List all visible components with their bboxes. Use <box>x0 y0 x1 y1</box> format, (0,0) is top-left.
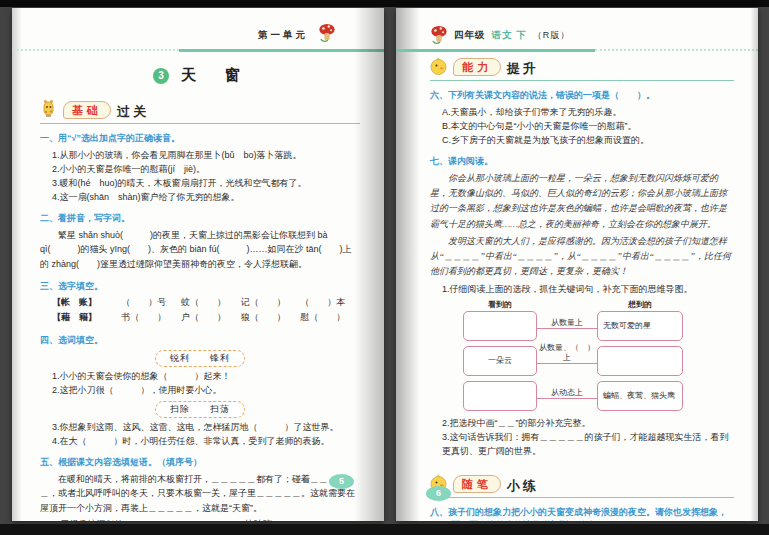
question3-row: 【帐 账】 （ ）号 蚊（ ） 记（ ） （ ）本 <box>40 295 360 310</box>
section-ability-header: 能力 提升 <box>430 56 734 81</box>
question6-option: C.乡下房子的天窗就是为放飞孩子的想象而设置的。 <box>430 133 734 147</box>
section-badge-ability-suffix: 提升 <box>507 61 539 76</box>
mindmap-box-seen: 一朵云 <box>463 346 537 376</box>
question1-item: 2.小小的天窗是你唯一的慰藉(jí jiè)。 <box>40 162 360 176</box>
mindmap-connector: 从数量、（ ）上 <box>537 346 597 376</box>
blank-item: 户（ ） <box>181 310 241 325</box>
question4-item: 3.你想象到这雨、这风、这雷、这电，怎样猛厉地（ ）了这世界。 <box>40 420 360 434</box>
left-page: 第一单元 3 天 窗 <box>12 8 384 521</box>
question7-sub1: 1.仔细阅读上面的选段，抓住关键词句，补充下面的思维导图。 <box>430 282 734 296</box>
header-rule <box>396 49 758 52</box>
mindmap-label: 从动态上 <box>538 388 596 398</box>
blank-item: 书（ ） <box>121 310 181 325</box>
mindmap-row: 一朵云 从数量、（ ）上 <box>463 346 701 376</box>
page-number-left: 5 <box>329 474 354 489</box>
word-choice-box: 扫除 扫荡 <box>155 401 245 418</box>
mindmap-header-seen: 看到的 <box>463 299 537 310</box>
mindmap-label: 从数量、（ ）上 <box>538 343 596 363</box>
question3-heading: 三、选字填空。 <box>40 280 360 294</box>
edition-label: （R版） <box>533 29 571 42</box>
question4-item: 4.在大（ ）时，小明任劳任怨、非常认真，受到了老师的表扬。 <box>40 434 360 448</box>
reading-passage: 发明这天窗的大人们，是应得感谢的。因为活泼会想的孩子们知道怎样从“＿＿＿＿”中看… <box>430 234 734 280</box>
giraffe-mascot-icon <box>40 99 57 119</box>
question3-row: 【藉 籍】 书（ ） 户（ ） 狼（ ） 慰（ ） <box>40 310 360 325</box>
section-badge-basic: 基础 <box>63 101 111 119</box>
lesson-title: 天 窗 <box>181 66 247 85</box>
blank-item: 记（ ） <box>241 295 301 310</box>
question1-item: 1.从那小小的玻璃，你会看见雨脚在那里卜(bǔ bo)落卜落跳。 <box>40 148 360 162</box>
page-number-right: 6 <box>426 486 451 501</box>
lesson-number-badge: 3 <box>153 68 169 84</box>
mindmap: 看到的 想到的 从数量上 无数可爱的星 一朵云 从数量、（ ）上 <box>463 299 701 411</box>
char-pair: 【帐 账】 <box>52 295 121 310</box>
mindmap-label: 从数量上 <box>538 318 596 328</box>
unit-label: 第一单元 <box>258 29 308 42</box>
question4-item: 2.这把小刀很（ ），使用时要小心。 <box>40 383 360 397</box>
header-rule <box>12 49 384 52</box>
question7-heading: 七、课内阅读。 <box>430 155 734 169</box>
question1-item: 3.暖和(hé huo)的晴天，木板窗扇扇打开，光线和空气都有了。 <box>40 176 360 190</box>
question2-body: 繁星 shǎn shuò( )的夜里，天窗上掠过的黑影会让你联想到 bà qì(… <box>40 228 360 272</box>
option-a: A.黑得像地洞似的 <box>52 517 228 521</box>
mindmap-box-seen <box>463 311 537 341</box>
question6-option: A.天窗虽小，却给孩子们带来了无穷的乐趣。 <box>430 105 734 119</box>
grade-label: 四年级 <box>454 29 486 42</box>
word-choice-box: 锐利 锋利 <box>155 350 245 367</box>
reading-passage: 你会从那小玻璃上面的一粒星，一朵云，想象到无数闪闪烁烁可爱的星，无数像山似的、马… <box>430 171 734 232</box>
section-badge-ability: 能力 <box>453 58 501 76</box>
question7-sub2: 2.把选段中画“＿＿”的部分补充完整。 <box>430 416 734 430</box>
right-page-header: 四年级 语文 下 （R版） <box>430 22 734 52</box>
blank-item: （ ）号 <box>121 295 181 310</box>
mindmap-box-imagined: 蝙蝠、夜莺、猫头鹰 <box>597 381 683 411</box>
mindmap-box-seen <box>463 381 537 411</box>
mindmap-row: 从动态上 蝙蝠、夜莺、猫头鹰 <box>463 381 701 411</box>
mindmap-row: 从数量上 无数可爱的星 <box>463 311 701 341</box>
question8-heading: 八、孩子们的想象力把小小的天窗变成神奇浪漫的夜空。请你也发挥想象，写一写身边的事… <box>430 506 734 521</box>
left-page-header: 第一单元 <box>40 22 360 52</box>
subject-label: 语文 下 <box>492 29 527 42</box>
question5-body: 在暖和的晴天，将前排的木板窗打开，＿＿＿＿＿都有了；碰着＿＿＿＿＿，或者北风呼呼… <box>40 472 360 516</box>
chick-mascot-icon <box>430 56 447 76</box>
question6-heading: 六、下列有关课文内容的说法，错误的一项是（ ）。 <box>430 89 734 103</box>
mindmap-connector: 从动态上 <box>537 381 597 411</box>
question5-heading: 五、根据课文内容选填短语。（填序号） <box>40 456 360 470</box>
char-pair: 【藉 籍】 <box>52 310 121 325</box>
section-essay-header: 随笔 小练 <box>430 473 734 498</box>
mushroom-icon <box>430 24 448 46</box>
blank-item: 蚊（ ） <box>181 295 241 310</box>
question4-heading: 四、选词填空。 <box>40 334 360 348</box>
mindmap-header-imagined: 想到的 <box>597 299 683 310</box>
mindmap-headers: 看到的 想到的 <box>463 299 701 310</box>
section-basic-header: 基础 过关 <box>40 99 360 124</box>
mindmap-box-imagined: 无数可爱的星 <box>597 311 683 341</box>
blank-item: 狼（ ） <box>241 310 301 325</box>
section-badge-essay-suffix: 小练 <box>507 478 539 493</box>
question1-item: 4.这一扇(shān shàn)窗户给了你无穷的想象。 <box>40 190 360 204</box>
lesson-title-row: 3 天 窗 <box>40 66 360 85</box>
question6-option: B.本文的中心句是“小小的天窗是你唯一的慰藉”。 <box>430 119 734 133</box>
mindmap-connector: 从数量上 <box>537 311 597 341</box>
section-badge-basic-suffix: 过关 <box>117 104 149 119</box>
option-b: B.一块玻璃 <box>228 517 360 521</box>
section-badge-essay: 随笔 <box>453 475 501 493</box>
right-page: 四年级 语文 下 （R版） 能力 提升 六、下列有关课文内容的说法，错误的一项是… <box>396 8 758 521</box>
question2-heading: 二、看拼音，写字词。 <box>40 212 360 226</box>
question1-heading: 一、用“√”选出加点字的正确读音。 <box>40 132 360 146</box>
mindmap-box-imagined <box>597 346 683 376</box>
question4-item: 1.小小的天窗会使你的想象（ ）起来！ <box>40 369 360 383</box>
blank-item: 慰（ ） <box>300 310 360 325</box>
question5-options: A.黑得像地洞似的 B.一块玻璃 C.光线和空气 D.大风大雨 <box>40 517 360 521</box>
blank-item: （ ）本 <box>300 295 360 310</box>
mushroom-icon <box>318 22 336 44</box>
question7-sub3: 3.这句话告诉我们：拥有＿＿＿＿＿的孩子们，才能超越现实生活，看到更真切、更广阔… <box>430 430 734 458</box>
